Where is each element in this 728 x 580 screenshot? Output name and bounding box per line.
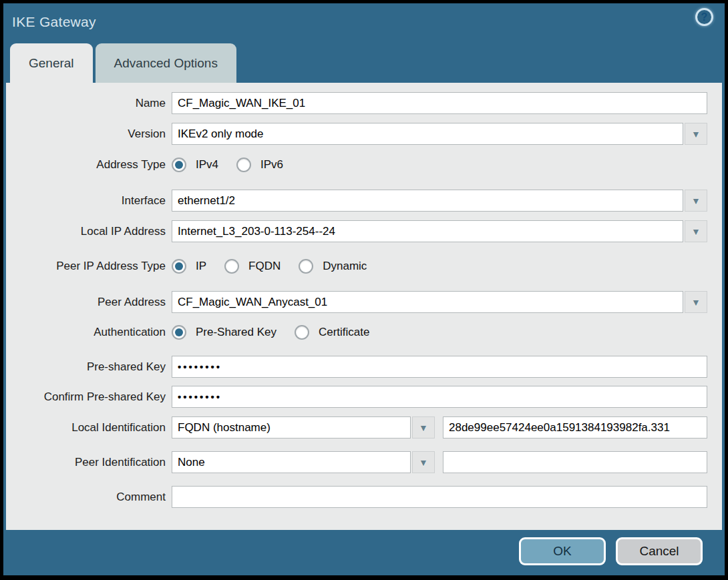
comment-input[interactable] [172,486,707,508]
local-id-dropdown-button[interactable]: ▼ [412,416,435,439]
chevron-down-icon: ▼ [691,227,701,236]
peer-dynamic-radio-label[interactable]: Dynamic [323,260,367,273]
interface-label: Interface [6,194,172,208]
peer-ip-radio[interactable] [172,259,186,274]
tab-general[interactable]: General [10,43,93,83]
peer-address-label: Peer Address [6,296,172,309]
ipv4-radio[interactable] [172,158,186,172]
interface-dropdown-button[interactable]: ▼ [685,190,707,212]
ipv6-radio-label[interactable]: IPv6 [260,158,283,172]
peer-address-row: Peer Address ▼ [6,291,722,313]
dialog-footer: OK Cancel [3,530,725,575]
peer-ip-radio-label[interactable]: IP [196,260,206,273]
cancel-button[interactable]: Cancel [616,537,703,565]
ike-gateway-dialog: IKE Gateway ? General Advanced Options N… [3,3,725,575]
local-id-type-select[interactable] [172,416,411,439]
version-label: Version [6,127,172,141]
local-ip-dropdown-button[interactable]: ▼ [685,220,707,242]
chevron-down-icon: ▼ [691,129,701,139]
version-row: Version ▼ [6,123,722,145]
address-type-label: Address Type [6,158,172,172]
tab-bar: General Advanced Options [10,43,236,83]
peer-id-label: Peer Identification [6,456,172,469]
confirm-psk-row: Confirm Pre-shared Key [6,386,722,408]
local-ip-row: Local IP Address ▼ [6,220,722,242]
dialog-title: IKE Gateway [12,14,96,30]
dialog-titlebar: IKE Gateway ? [3,3,725,41]
name-row: Name [6,92,722,114]
local-ip-select[interactable] [172,220,683,242]
peer-id-type-select[interactable] [172,451,411,473]
interface-select[interactable] [172,190,683,212]
certificate-radio-label[interactable]: Certificate [319,326,370,339]
comment-row: Comment [6,486,722,508]
peer-dynamic-radio[interactable] [299,259,313,274]
peer-type-label: Peer IP Address Type [6,260,172,273]
certificate-radio[interactable] [295,325,309,340]
peer-id-row: Peer Identification ▼ [6,451,722,473]
version-select[interactable] [172,123,683,145]
peer-address-dropdown-button[interactable]: ▼ [685,291,707,313]
psk-row: Pre-shared Key [6,356,722,378]
chevron-down-icon: ▼ [419,458,428,467]
name-input[interactable] [172,92,707,114]
peer-id-dropdown-button[interactable]: ▼ [412,451,435,473]
name-label: Name [6,97,172,110]
peer-fqdn-radio[interactable] [224,259,239,274]
pre-shared-key-radio[interactable] [172,325,186,340]
psk-label: Pre-shared Key [6,360,172,374]
chevron-down-icon: ▼ [691,196,701,206]
local-id-row: Local Identification ▼ [6,416,722,439]
ipv4-radio-label[interactable]: IPv4 [196,158,218,172]
chevron-down-icon: ▼ [691,298,701,307]
help-icon[interactable]: ? [695,8,713,26]
psk-input[interactable] [172,356,707,378]
address-type-row: Address Type IPv4 IPv6 [6,156,722,174]
chevron-down-icon: ▼ [419,423,428,432]
pre-shared-key-radio-label[interactable]: Pre-Shared Key [196,326,277,339]
comment-label: Comment [6,491,172,504]
authentication-row: Authentication Pre-Shared Key Certificat… [6,323,722,341]
local-ip-label: Local IP Address [6,225,172,238]
peer-fqdn-radio-label[interactable]: FQDN [248,260,281,273]
ok-button[interactable]: OK [519,537,606,565]
version-dropdown-button[interactable]: ▼ [685,123,707,145]
peer-type-row: Peer IP Address Type IP FQDN Dynamic [6,257,722,275]
peer-id-value-input[interactable] [443,451,707,473]
peer-address-select[interactable] [172,291,683,313]
ipv6-radio[interactable] [236,158,251,172]
general-tab-panel: Name Version ▼ Address Type IPv4 IPv6 [6,83,722,530]
confirm-psk-label: Confirm Pre-shared Key [6,390,172,404]
local-id-label: Local Identification [6,421,172,434]
authentication-label: Authentication [6,326,172,339]
interface-row: Interface ▼ [6,190,722,212]
local-id-value-input[interactable] [443,416,707,439]
tab-advanced-options[interactable]: Advanced Options [96,43,236,83]
confirm-psk-input[interactable] [172,386,707,408]
